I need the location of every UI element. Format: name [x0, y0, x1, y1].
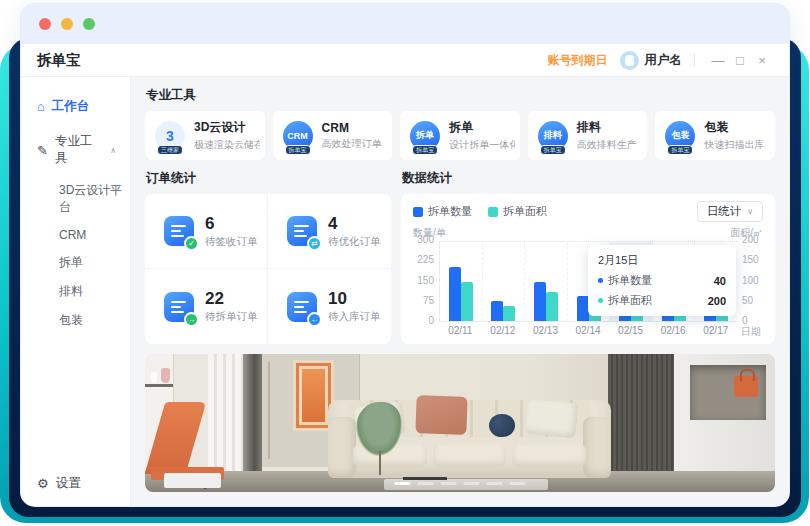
x-tick-label: 02/17	[694, 325, 737, 339]
sidebar-subitem[interactable]: 3D云设计平台	[21, 176, 130, 222]
main-content: 专业工具 3三维家3D云设计极速渲染云储存CRM拆单宝CRM高效处理订单拆单拆单…	[131, 77, 789, 506]
y-tick: 0	[428, 315, 434, 326]
tooltip-title: 2月15日	[598, 253, 726, 268]
y-tick: 75	[423, 295, 434, 306]
tool-icon: 拆单拆单宝	[410, 121, 440, 151]
tool-card[interactable]: 拆单拆单宝拆单设计拆单一体化	[400, 111, 520, 160]
banner-pink-vase	[161, 368, 170, 383]
traffic-light-close[interactable]	[39, 18, 51, 30]
carousel-indicators	[395, 482, 526, 485]
pillow-terracotta	[415, 396, 467, 436]
order-stat-cell[interactable]: ⇄4待优化订单	[268, 194, 391, 269]
bar-area	[546, 292, 558, 321]
order-doc-icon: ←	[287, 292, 317, 322]
order-stat-value: 10	[328, 289, 381, 308]
sofa-seat-cushion	[433, 444, 507, 468]
promo-banner-carousel[interactable]	[145, 354, 775, 492]
x-axis: 02/1102/1202/1302/1402/1502/1602/17 日期	[413, 325, 763, 339]
maximize-button[interactable]: □	[729, 53, 751, 68]
carousel-dot[interactable]	[464, 482, 480, 485]
tool-icon-badge: 拆单宝	[667, 145, 693, 155]
bar-qty	[449, 267, 461, 321]
sofa-arm-left	[328, 417, 356, 478]
order-doc-icon: ✓	[164, 216, 194, 246]
tool-icon-badge: 拆单宝	[540, 145, 566, 155]
order-stat-value: 22	[205, 289, 258, 308]
tooltip-value: 200	[708, 295, 726, 307]
carousel-dot[interactable]	[487, 482, 503, 485]
tool-name: 3D云设计	[194, 119, 260, 136]
chevron-up-icon: ∧	[110, 146, 116, 155]
account-expiry-link[interactable]: 账号到期日	[548, 52, 608, 69]
sidebar-item-settings[interactable]: ⚙ 设置	[37, 475, 81, 492]
filter-label: 日统计	[707, 204, 742, 219]
chart-legend: 拆单数量拆单面积	[413, 204, 547, 219]
axis-captions: 数量/单 面积/㎡	[413, 226, 763, 240]
user-icon	[625, 55, 634, 66]
order-stat-cell[interactable]: →22待拆单订单	[145, 269, 268, 344]
pen-icon: ✎	[37, 144, 48, 157]
order-stat-cell[interactable]: ✓6待签收订单	[145, 194, 268, 269]
sidebar-subitem[interactable]: 包装	[21, 306, 130, 335]
order-stat-cell[interactable]: ←10待入库订单	[268, 269, 391, 344]
carousel-dot[interactable]	[418, 482, 434, 485]
tool-card[interactable]: 包装拆单宝包装快速扫描出库	[655, 111, 775, 160]
titlebar[interactable]	[21, 4, 789, 44]
tool-name: CRM	[322, 121, 382, 135]
legend-swatch	[488, 207, 498, 217]
tool-icon: CRM拆单宝	[283, 121, 313, 151]
x-tick-label: 02/13	[524, 325, 567, 339]
minimize-button[interactable]: —	[707, 53, 729, 68]
y-tick: 150	[742, 254, 759, 265]
traffic-light-zoom[interactable]	[83, 18, 95, 30]
sidebar-subitem[interactable]: 拆单	[21, 248, 130, 277]
order-doc-icon: →	[164, 292, 194, 322]
sync-badge: ⇄	[307, 236, 322, 251]
app-header-right: 账号到期日 用户名 — □ ×	[548, 51, 774, 70]
tool-icon-badge: 三维家	[157, 145, 183, 155]
bar-group[interactable]	[440, 242, 483, 321]
stats-column: 数据统计 拆单数量拆单面积 日统计 ∨ 数量/单	[401, 170, 775, 344]
bar-group[interactable]	[483, 242, 526, 321]
sidebar-item-pro-tools[interactable]: ✎ 专业工具 ∧	[21, 124, 130, 176]
avatar[interactable]	[620, 51, 639, 70]
chart-toolbar: 拆单数量拆单面积 日统计 ∨	[413, 201, 763, 222]
sidebar-item-workbench[interactable]: ⌂ 工作台	[21, 89, 130, 124]
app-title: 拆单宝	[37, 51, 81, 70]
legend-item: 拆单面积	[488, 204, 547, 219]
pillow-navy-knot	[489, 414, 515, 438]
period-filter-dropdown[interactable]: 日统计 ∨	[697, 201, 763, 222]
sidebar-submenu: 3D云设计平台CRM拆单排料包装	[21, 176, 130, 335]
tool-desc: 快速扫描出库	[704, 138, 764, 152]
banner-side-table	[164, 473, 221, 488]
section-title-orders: 订单统计	[146, 170, 391, 187]
tool-card[interactable]: CRM拆单宝CRM高效处理订单	[273, 111, 393, 160]
section-title-stats: 数据统计	[402, 170, 775, 187]
chevron-down-icon: ∨	[747, 207, 753, 216]
legend-swatch	[413, 207, 423, 217]
sidebar-subitem[interactable]: CRM	[21, 222, 130, 248]
sidebar-item-label: 专业工具	[55, 133, 103, 167]
bar-area	[503, 306, 515, 321]
home-icon: ⌂	[37, 100, 45, 113]
tool-cards: 3三维家3D云设计极速渲染云储存CRM拆单宝CRM高效处理订单拆单拆单宝拆单设计…	[145, 111, 775, 160]
tool-card[interactable]: 3三维家3D云设计极速渲染云储存	[145, 111, 265, 160]
carousel-dot[interactable]	[395, 482, 411, 485]
order-doc-icon: ⇄	[287, 216, 317, 246]
sidebar-subitem[interactable]: 排料	[21, 277, 130, 306]
y-tick: 50	[742, 295, 753, 306]
tool-icon-text: 拆单	[416, 129, 434, 142]
traffic-light-minimize[interactable]	[61, 18, 73, 30]
carousel-dot[interactable]	[510, 482, 526, 485]
tool-icon-badge: 拆单宝	[412, 145, 438, 155]
tool-card[interactable]: 排料拆单宝排料高效排料生产	[528, 111, 648, 160]
tooltip-dot	[598, 278, 603, 283]
y-tick: 100	[742, 275, 759, 286]
username[interactable]: 用户名	[645, 52, 683, 69]
legend-label: 拆单数量	[428, 204, 472, 219]
tool-icon-text: CRM	[287, 131, 308, 141]
bar-group[interactable]	[525, 242, 568, 321]
close-button[interactable]: ×	[751, 53, 773, 68]
tool-icon-badge: 拆单宝	[285, 145, 311, 155]
carousel-dot[interactable]	[441, 482, 457, 485]
